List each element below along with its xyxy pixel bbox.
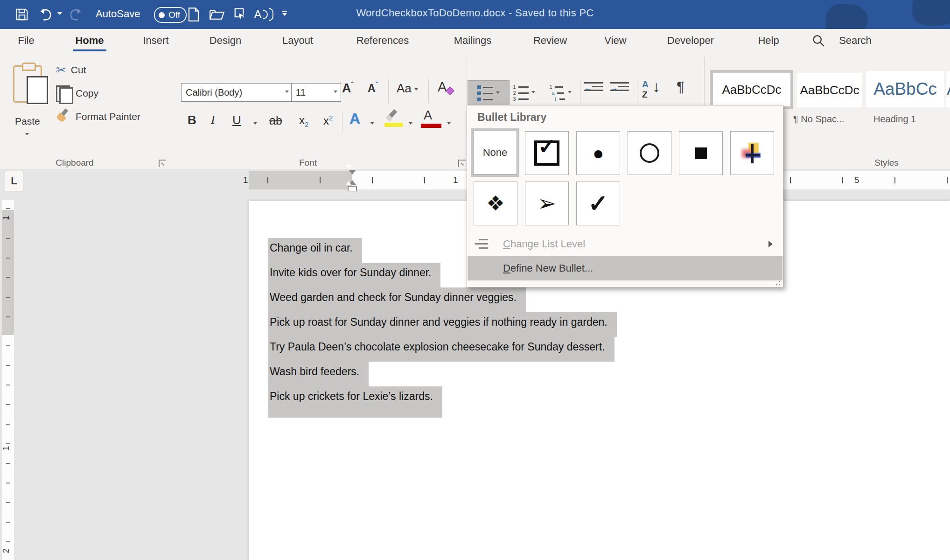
text-effects-dropdown[interactable]	[370, 122, 374, 126]
style-heading1[interactable]: AaBbCc	[866, 71, 944, 107]
tab-selector[interactable]: L	[5, 171, 23, 191]
resize-grip-icon[interactable]	[774, 280, 780, 285]
highlight-color-bar	[384, 123, 403, 127]
tab-file[interactable]: File	[18, 29, 34, 52]
bullet-option-open-circle[interactable]	[628, 131, 671, 175]
shrink-font-button[interactable]: Aˇ	[368, 81, 378, 95]
tab-layout[interactable]: Layout	[282, 29, 313, 52]
style-sample: AaBbCcDc	[800, 83, 859, 98]
tab-home[interactable]: Home	[75, 29, 104, 52]
tab-mailings[interactable]: Mailings	[454, 29, 492, 52]
change-case-button[interactable]: Aa	[397, 81, 418, 96]
tab-help[interactable]: Help	[758, 29, 779, 52]
font-size-combo[interactable]: 11	[291, 83, 341, 102]
style-heading1-label: Heading 1	[873, 114, 939, 125]
selected-text[interactable]: Wash bird feeders.	[268, 362, 369, 386]
clear-formatting-button[interactable]: A	[438, 79, 447, 95]
chevron-down-icon	[496, 91, 500, 96]
paste-button[interactable]: Paste	[12, 61, 45, 140]
numbered-list-icon: 1 2 3	[512, 85, 529, 101]
superscript-button[interactable]: x2	[323, 114, 333, 127]
tab-review[interactable]: Review	[533, 29, 567, 52]
paragraph[interactable]: Try Paula Deen’s chocolate explosion che…	[268, 337, 931, 362]
ruler-number: 5	[854, 175, 859, 185]
copy-label: Copy	[76, 88, 98, 99]
clipboard-page-icon	[27, 76, 48, 104]
paragraph[interactable]: Weed garden and check for Sunday dinner …	[268, 287, 931, 312]
copy-button[interactable]: Copy	[56, 84, 163, 103]
word-window: AutoSave Off A WordCheckboxToDoDemo.docx…	[0, 0, 950, 560]
highlight-button[interactable]	[384, 109, 404, 131]
underline-dropdown[interactable]	[253, 122, 257, 126]
sort-button[interactable]: A Z ↓	[642, 79, 666, 104]
sort-a-letter: A	[642, 79, 649, 90]
first-line-indent-marker[interactable]	[349, 170, 356, 175]
bullet-option-colored[interactable]	[730, 131, 774, 175]
style-no-spacing[interactable]: AaBbCcDc	[797, 73, 862, 107]
search-box[interactable]: Search	[839, 29, 872, 52]
tab-view[interactable]: View	[604, 29, 626, 52]
numbering-button[interactable]: 1 2 3	[512, 80, 553, 105]
selected-text[interactable]: Weed garden and check for Sunday dinner …	[268, 287, 526, 312]
bullet-none-selected-frame: None	[471, 128, 519, 177]
selected-text[interactable]: Pick up crickets for Lexie’s lizards.	[268, 386, 442, 418]
text-effects-button[interactable]: A	[349, 110, 360, 127]
format-painter-button[interactable]: Format Painter	[55, 107, 167, 126]
clipboard-dialog-launcher[interactable]	[159, 160, 166, 167]
bullet-option-none[interactable]: None	[473, 131, 517, 175]
clipboard-group-label: Clipboard	[33, 158, 117, 168]
underline-button[interactable]: U	[232, 113, 241, 127]
font-family-value: Calibri (Body)	[186, 87, 242, 98]
selected-text[interactable]: Try Paula Deen’s chocolate explosion che…	[268, 337, 615, 362]
separator	[637, 79, 637, 104]
subscript-button[interactable]: x2	[299, 114, 308, 128]
paragraph[interactable]: Wash bird feeders.	[268, 362, 931, 386]
paragraph[interactable]: Pick up roast for Sunday dinner and vegg…	[268, 312, 931, 337]
bullets-button[interactable]	[468, 80, 510, 106]
change-list-level-item[interactable]: ↔ Change List Level	[468, 232, 782, 256]
ruler-margin-area	[249, 171, 352, 189]
style-normal[interactable]: AaBbCcDc	[713, 73, 790, 106]
font-dialog-launcher[interactable]	[458, 160, 466, 167]
italic-button[interactable]: I	[211, 113, 215, 127]
bullet-option-checkmark[interactable]: ✓	[576, 182, 620, 225]
bullet-option-checkbox[interactable]: ✓	[525, 131, 569, 175]
group-separator	[172, 57, 172, 163]
tab-selector-letter: L	[11, 175, 17, 187]
style-heading2-partial[interactable]: AaBb	[946, 71, 950, 107]
tab-developer[interactable]: Developer	[667, 29, 714, 52]
font-family-combo[interactable]: Calibri (Body)	[181, 83, 293, 102]
increase-indent-button[interactable]: →	[610, 82, 632, 104]
separator	[388, 79, 389, 104]
cut-button[interactable]: ✂ Cut	[56, 61, 163, 79]
submenu-arrow-icon	[768, 241, 776, 247]
chevron-down-icon	[414, 88, 418, 92]
selected-text[interactable]: Change oil in car.	[268, 238, 362, 263]
bullet-option-square[interactable]	[679, 131, 723, 175]
font-color-button[interactable]: A	[421, 109, 441, 131]
tab-references[interactable]: References	[356, 29, 409, 52]
strikethrough-button[interactable]: ab	[269, 114, 282, 127]
document-title: WordCheckboxToDoDemo.docx - Saved to thi…	[0, 7, 950, 19]
grow-font-letter: A	[342, 81, 351, 95]
caret-down-icon: ˇ	[376, 81, 378, 89]
bullet-option-diamonds[interactable]: ❖	[474, 182, 517, 225]
bullet-option-filled-circle[interactable]: ●	[576, 131, 620, 175]
show-formatting-button[interactable]: ¶	[677, 78, 685, 96]
paragraph[interactable]: Pick up crickets for Lexie’s lizards.	[268, 386, 931, 418]
define-new-bullet-item[interactable]: Define New Bullet...	[468, 256, 782, 280]
selected-text[interactable]: Invite kids over for Sunday dinner.	[268, 263, 440, 287]
multilevel-list-button[interactable]: 1 a i	[549, 80, 587, 105]
selected-text[interactable]: Pick up roast for Sunday dinner and vegg…	[268, 312, 617, 337]
bold-button[interactable]: B	[188, 113, 196, 127]
bullet-option-arrowhead[interactable]: ➢	[525, 182, 569, 225]
decrease-indent-button[interactable]: ←	[584, 82, 606, 104]
grow-font-button[interactable]: Aˆ	[342, 81, 354, 96]
separator	[580, 79, 580, 104]
font-color-dropdown[interactable]	[447, 122, 451, 126]
vertical-ruler[interactable]: 1 1 2	[2, 200, 14, 560]
hanging-indent-marker[interactable]	[349, 180, 356, 185]
highlight-dropdown[interactable]	[409, 122, 412, 126]
tab-insert[interactable]: Insert	[143, 29, 168, 52]
tab-design[interactable]: Design	[210, 29, 241, 52]
